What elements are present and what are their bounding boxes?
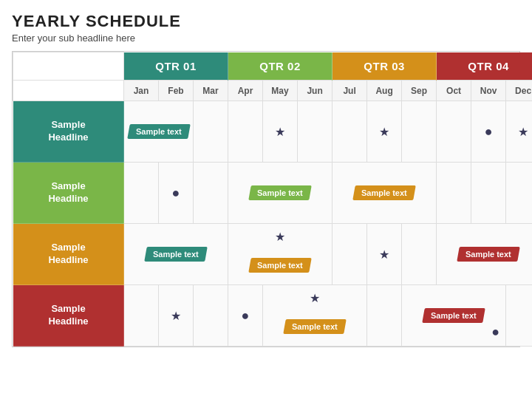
month-oct: Oct bbox=[437, 81, 471, 101]
data-cell: ★ bbox=[506, 101, 532, 163]
data-cell bbox=[437, 101, 471, 163]
table-row: SampleHeadline Sample text ★ Sample text… bbox=[13, 224, 533, 285]
page-subtitle: Enter your sub headline here bbox=[12, 33, 520, 44]
sample-text-box: Sample text bbox=[248, 185, 311, 200]
data-cell: Sample text bbox=[124, 224, 228, 285]
dot-icon: ● bbox=[491, 325, 499, 338]
qtr01-header: QTR 01 bbox=[124, 52, 228, 81]
qtr02-header: QTR 02 bbox=[228, 52, 332, 81]
star-icon: ★ bbox=[171, 310, 181, 322]
sample-text-box: Sample text bbox=[283, 319, 346, 334]
dot-icon: ● bbox=[172, 185, 180, 200]
data-cell bbox=[367, 285, 402, 347]
table-row: SampleHeadline ★ ● ★ Sample text Samp bbox=[13, 285, 533, 347]
data-cell bbox=[124, 285, 159, 347]
row1-label: SampleHeadline bbox=[13, 101, 124, 163]
sample-text-box: Sample text bbox=[352, 185, 415, 200]
sample-text-box: Sample text bbox=[422, 308, 485, 323]
month-jul: Jul bbox=[332, 81, 367, 101]
qtr03-header: QTR 03 bbox=[332, 52, 437, 81]
schedule-container: QTR 01 QTR 02 QTR 03 QTR 04 Jan Feb Mar … bbox=[12, 51, 520, 347]
star-icon: ★ bbox=[379, 248, 389, 261]
month-aug: Aug bbox=[367, 81, 402, 101]
month-sep: Sep bbox=[402, 81, 437, 101]
data-cell bbox=[228, 101, 263, 163]
data-cell bbox=[332, 101, 367, 163]
star-icon: ★ bbox=[310, 291, 320, 305]
data-cell: ★ bbox=[263, 101, 298, 163]
data-cell: ★ bbox=[367, 101, 402, 163]
month-may: May bbox=[263, 81, 298, 101]
dot-icon: ● bbox=[242, 308, 250, 323]
row3-label: SampleHeadline bbox=[13, 224, 124, 285]
data-cell: Sample text bbox=[124, 101, 194, 163]
data-cell bbox=[506, 285, 532, 347]
data-cell: Sample text ● bbox=[402, 285, 506, 347]
data-cell: ● bbox=[228, 285, 263, 347]
data-cell bbox=[194, 285, 228, 347]
row2-label: SampleHeadline bbox=[13, 163, 124, 224]
star-icon: ★ bbox=[275, 230, 285, 244]
star-icon: ★ bbox=[518, 126, 528, 138]
data-cell bbox=[402, 101, 437, 163]
qtr04-header: QTR 04 bbox=[437, 52, 532, 81]
data-cell: ● bbox=[471, 101, 506, 163]
data-cell: Sample text bbox=[228, 163, 332, 224]
data-cell bbox=[402, 224, 437, 285]
data-cell bbox=[298, 101, 332, 163]
data-cell: Sample text bbox=[437, 224, 532, 285]
data-cell: ★ bbox=[367, 224, 402, 285]
data-cell: ★ bbox=[159, 285, 194, 347]
data-cell bbox=[124, 163, 159, 224]
sample-text-box: Sample text bbox=[457, 247, 519, 262]
data-cell bbox=[506, 163, 532, 224]
table-row: SampleHeadline Sample text ★ ★ bbox=[13, 101, 533, 163]
data-cell bbox=[471, 163, 506, 224]
month-jun: Jun bbox=[298, 81, 332, 101]
data-cell: ● bbox=[159, 163, 194, 224]
row4-label: SampleHeadline bbox=[13, 285, 124, 347]
month-feb: Feb bbox=[159, 81, 194, 101]
data-cell bbox=[437, 163, 471, 224]
page-title: YEARLY SCHEDULE bbox=[12, 12, 520, 31]
star-icon: ★ bbox=[379, 126, 389, 138]
data-cell bbox=[194, 101, 228, 163]
star-icon: ★ bbox=[275, 126, 285, 138]
data-cell bbox=[194, 163, 228, 224]
data-cell: Sample text bbox=[332, 163, 437, 224]
month-jan: Jan bbox=[124, 81, 159, 101]
table-row: SampleHeadline ● Sample text Sample text bbox=[13, 163, 533, 224]
data-cell bbox=[332, 224, 367, 285]
month-mar: Mar bbox=[194, 81, 228, 101]
sample-text-box: Sample text bbox=[144, 247, 207, 262]
qtr-header-row: QTR 01 QTR 02 QTR 03 QTR 04 bbox=[13, 52, 533, 81]
dot-icon: ● bbox=[485, 124, 493, 139]
month-nov: Nov bbox=[471, 81, 506, 101]
data-cell: ★ Sample text bbox=[263, 285, 367, 347]
month-apr: Apr bbox=[228, 81, 263, 101]
sample-text-box: Sample text bbox=[127, 124, 190, 139]
data-cell: ★ Sample text bbox=[228, 224, 332, 285]
month-dec: Dec bbox=[506, 81, 532, 101]
sample-text-box: Sample text bbox=[248, 258, 311, 273]
month-header-row: Jan Feb Mar Apr May Jun Jul Aug Sep Oct … bbox=[13, 81, 533, 101]
